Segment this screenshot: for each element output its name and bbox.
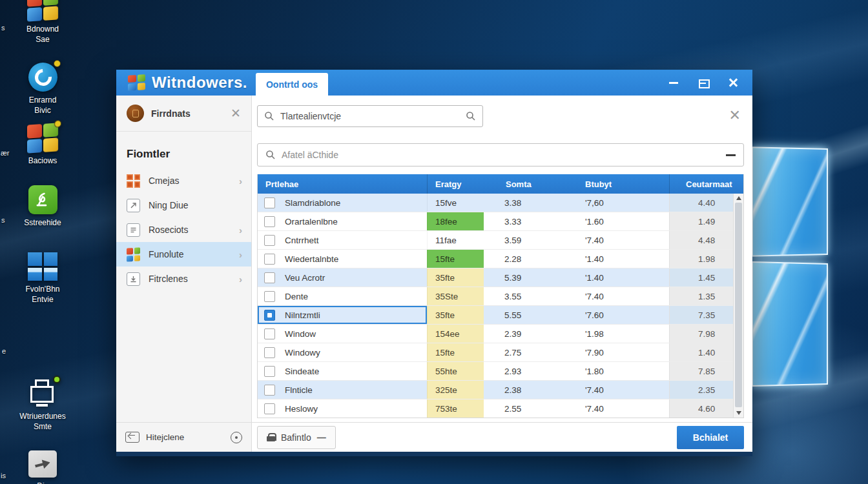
table-scrollbar[interactable] [733,194,743,418]
wallpaper-windows-logo-pane-top [752,146,828,256]
edge-label-fragment: ær [1,149,9,157]
row-checkbox[interactable] [264,235,275,246]
secondary-action-button[interactable]: Bafintlo — [257,426,336,449]
collapse-icon[interactable] [726,154,736,156]
printer-icon [29,379,56,408]
column-header[interactable]: Prtlehae [258,174,427,194]
column-header[interactable]: Somta [484,174,553,194]
row-badge: 35fte [427,306,484,324]
account-avatar[interactable] [127,105,144,122]
row-name: Cntrrhett [285,236,319,245]
filter-search-input[interactable]: Afatel äCthide [257,143,744,166]
search-icon[interactable] [466,111,476,121]
row-btubyt: '7.40 [553,399,669,418]
row-btubyt: '7.60 [553,306,669,324]
row-checkbox[interactable] [264,216,275,227]
column-header[interactable]: Eratgy [427,174,484,194]
row-checkbox[interactable] [264,385,275,396]
row-name: Orartalenlbne [285,217,338,227]
orange-grid-icon [127,174,140,188]
search-input[interactable]: Tlartealienvtcje [257,105,483,127]
column-header[interactable]: Btubyt [553,174,669,194]
account-row: Firrdnats ✕ [116,96,251,132]
notification-dot [54,60,61,67]
desktop-icon-fvolnbhn[interactable]: Fvoln'BhnEntvie [13,252,72,305]
windows-flag-icon [27,123,58,153]
scroll-up-icon[interactable] [736,196,741,200]
row-ceut: 1.49 [669,212,743,230]
row-somta: 3.59 [484,231,553,249]
panel-close-icon[interactable]: ✕ [729,108,741,123]
row-checkbox[interactable] [264,403,275,414]
table-row[interactable]: Dente 35Ste 3.55 '7.40 1.35 [258,287,743,306]
sidebar-item-ning-diue[interactable]: Ning Diue [116,193,251,217]
table-row[interactable]: Veu Acrotr 35fte 5.39 '1.40 1.45 [258,268,743,287]
lock-icon [267,433,275,441]
edge-label-fragment: e [2,347,6,355]
desktop-icon-enrarnd[interactable]: EnrarndBivic [13,63,72,116]
table-row[interactable]: Window 154ee 2.39 '1.98 7.98 [258,325,743,343]
scribble-glyph [33,190,52,210]
primary-action-button[interactable]: Bchialet [677,426,744,449]
table-row[interactable]: Nilntzmtli 35fte 5.55 '7.60 7.35 [258,306,743,325]
table-header-row: Prtlehae Eratgy Somta Btubyt Ceutarmaat [258,174,743,194]
row-btubyt: '1.98 [553,325,669,343]
record-circle-icon[interactable] [231,432,242,443]
row-checkbox[interactable] [264,328,275,339]
dash-suffix: — [317,432,326,443]
table-row[interactable]: Cntrrhett 11fae 3.59 '7.40 4.48 [258,231,743,250]
download-icon [127,272,140,286]
row-badge: 325te [427,381,484,399]
row-checkbox[interactable] [264,254,275,265]
row-ceut: 1.40 [669,343,743,361]
scrollbar-thumb[interactable] [735,203,742,407]
active-tab[interactable]: Oontrtd oos [256,73,328,96]
table-row[interactable]: Windowy 15fte 2.75 '7.90 1.40 [258,343,743,362]
table-row[interactable]: Slamdriablone 15fve 3.38 '7,60 4.40 [258,194,743,212]
sidebar-item-fitrclenes[interactable]: Fitrclenes › [116,267,251,291]
table-row[interactable]: Flnticle 325te 2.38 '7.40 2.35 [258,381,743,399]
chevron-right-icon: › [239,176,242,187]
row-name: Windowy [285,348,320,358]
chevron-right-icon: › [239,249,242,260]
row-checkbox[interactable] [264,197,275,208]
account-close-icon[interactable]: ✕ [231,107,241,119]
desktop-icon-sstreehide[interactable]: Sstreehide [13,185,72,228]
blue-circle-app-icon [28,63,57,92]
table-row[interactable]: Orartalenlbne 18fee 3.33 '1.60 1.49 [258,212,743,231]
sidebar-item-funolute[interactable]: Funolute › [116,242,251,267]
row-somta: 2.39 [484,325,553,343]
sidebar-item-cmejas[interactable]: Cmejas › [116,168,251,193]
row-checkbox[interactable] [264,272,275,283]
edge-label-fragment: is [1,472,6,479]
desktop-icon-wtriuerdunes[interactable]: WtriuerdunesSmte [13,379,72,432]
row-somta: 2.55 [484,399,553,418]
row-name: Heslowy [285,404,318,414]
table-row[interactable]: Sindeate 55hte 2.93 '1.80 7.85 [258,362,743,381]
column-header[interactable]: Ceutarmaat [669,174,743,194]
search-icon [264,111,274,121]
row-ceut: 7.35 [669,306,743,324]
minimize-icon[interactable] [668,77,679,88]
maximize-icon[interactable] [698,77,708,88]
table-row[interactable]: Wiedertalnbte 15fte 2.28 '1.40 1.98 [258,250,743,268]
green-app-icon [28,185,57,214]
row-checkbox[interactable] [264,366,275,377]
desktop-icon-dis[interactable]: Dis [13,450,72,484]
desktop-icon-bdnownd[interactable]: BdnowndSae [13,0,72,45]
row-badge: 11fae [427,231,484,249]
row-checkbox[interactable] [264,347,275,358]
filter-value: Afatel äCthide [282,150,720,160]
row-badge: 15fve [427,194,484,212]
desktop-icon-baciows[interactable]: Baciows [13,124,72,166]
sidebar-footer-label[interactable]: Hitejclene [146,432,224,442]
row-ceut: 1.45 [669,268,743,287]
scroll-down-icon[interactable] [736,411,741,415]
table-row[interactable]: Heslowy 753te 2.55 '7.40 4.60 [258,399,743,418]
row-checkbox[interactable] [264,310,275,321]
close-icon[interactable] [728,77,738,88]
sidebar-item-roseciots[interactable]: Roseciots › [116,217,251,242]
row-checkbox[interactable] [264,291,275,302]
row-somta: 2.75 [484,343,553,361]
wallpaper-windows-logo-pane-bottom [752,261,828,387]
